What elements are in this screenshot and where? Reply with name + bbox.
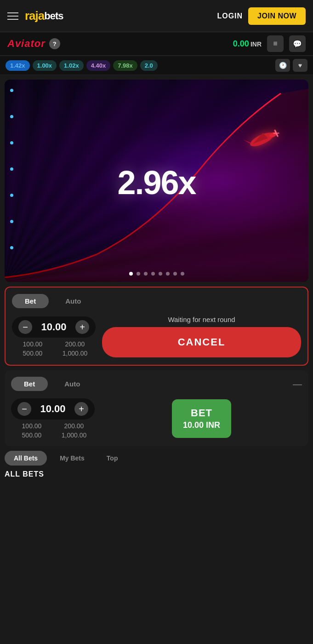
menu-icon: ≡ bbox=[273, 40, 277, 48]
carousel-dot-4[interactable] bbox=[159, 272, 162, 276]
tab-bet-2[interactable]: Bet bbox=[11, 377, 48, 391]
chat-icon-button[interactable]: 💬 bbox=[289, 35, 306, 52]
quick-1000-2[interactable]: 1,000.00 bbox=[55, 431, 93, 439]
quick-amounts-2: 100.00 200.00 500.00 1,000.00 bbox=[11, 422, 95, 439]
increase-amount-2[interactable]: + bbox=[74, 402, 88, 416]
multiplier-badge-4[interactable]: 7.98x bbox=[113, 60, 137, 71]
side-dot-4 bbox=[10, 167, 13, 171]
multiplier-bar: 1.42x 1.00x 1.02x 4.40x 7.98x 2.0 🕐 ♥ bbox=[0, 56, 313, 75]
amount-value-2: 10.00 bbox=[37, 403, 69, 415]
multiplier-badge-2[interactable]: 1.02x bbox=[59, 60, 84, 71]
balance-currency: INR bbox=[250, 40, 262, 48]
bet-tabs-2: Bet Auto bbox=[11, 377, 93, 391]
multiplier-badge-3[interactable]: 4.40x bbox=[86, 60, 111, 71]
bet-panel-2-header: Bet Auto — bbox=[11, 377, 302, 391]
waiting-text: Waiting for next round bbox=[168, 316, 235, 323]
balance-display: 0.00INR bbox=[233, 39, 262, 49]
multiplier-bar-right: 🕐 ♥ bbox=[275, 59, 307, 72]
chat-icon: 💬 bbox=[293, 40, 302, 48]
side-dot-7 bbox=[10, 246, 13, 249]
carousel-dot-7[interactable] bbox=[181, 272, 184, 276]
logo-bets: bets bbox=[44, 10, 63, 22]
carousel-dot-1[interactable] bbox=[137, 272, 140, 276]
decrease-amount-2[interactable]: − bbox=[17, 402, 31, 416]
carousel-dot-0[interactable] bbox=[129, 272, 133, 276]
bet-panel-1-content: − 10.00 + 100.00 200.00 500.00 1,000.00 … bbox=[12, 316, 301, 357]
bet-btn-label: BET bbox=[183, 407, 220, 420]
bet-panel-1: Bet Auto − 10.00 + 100.00 200.00 500.00 … bbox=[5, 287, 308, 366]
aviator-logo: Aviator ? bbox=[7, 38, 60, 50]
carousel-dot-2[interactable] bbox=[144, 272, 148, 276]
multiplier-display: 2.96x bbox=[117, 164, 195, 201]
carousel-dot-6[interactable] bbox=[173, 272, 177, 276]
side-dot-6 bbox=[10, 220, 13, 223]
side-dot-2 bbox=[10, 115, 13, 118]
balance-amount: 0.00 bbox=[233, 39, 249, 48]
header-right: LOGIN JOIN NOW bbox=[217, 7, 306, 25]
login-button[interactable]: LOGIN bbox=[217, 12, 243, 20]
main-header: rajabets LOGIN JOIN NOW bbox=[0, 0, 313, 32]
history-icon: 🕐 bbox=[279, 62, 287, 69]
side-dot-1 bbox=[10, 89, 13, 92]
favorites-button[interactable]: ♥ bbox=[293, 59, 307, 72]
history-button[interactable]: 🕐 bbox=[275, 59, 290, 72]
carousel-dots bbox=[5, 272, 308, 276]
multiplier-badge-1[interactable]: 1.00x bbox=[33, 60, 57, 71]
bet-amount-value: 10.00 bbox=[183, 420, 204, 430]
side-dot-5 bbox=[10, 194, 13, 197]
quick-1000-1[interactable]: 1,000.00 bbox=[56, 350, 94, 357]
bottom-tabs: All Bets My Bets Top bbox=[5, 451, 308, 467]
bet-panel-2: Bet Auto — − 10.00 + 100.00 200.00 500.0… bbox=[5, 370, 308, 446]
action-area-1: Waiting for next round CANCEL bbox=[102, 316, 301, 357]
tab-bet-1[interactable]: Bet bbox=[12, 294, 49, 308]
side-dots bbox=[10, 89, 13, 249]
logo-raja: raja bbox=[25, 9, 44, 23]
bet-button[interactable]: BET 10.00 INR bbox=[172, 399, 231, 438]
quick-100-2[interactable]: 100.00 bbox=[13, 422, 51, 430]
tab-my-bets[interactable]: My Bets bbox=[51, 451, 94, 466]
amount-row-2: − 10.00 + bbox=[11, 398, 95, 420]
minimize-button[interactable]: — bbox=[293, 380, 302, 389]
tab-auto-1[interactable]: Auto bbox=[52, 294, 94, 308]
quick-amounts-1: 100.00 200.00 500.00 1,000.00 bbox=[12, 340, 96, 357]
quick-500-2[interactable]: 500.00 bbox=[13, 431, 51, 439]
hamburger-menu[interactable] bbox=[7, 12, 18, 20]
game-canvas: 2.96x bbox=[5, 80, 308, 282]
menu-icon-button[interactable]: ≡ bbox=[267, 35, 284, 52]
header-left: rajabets bbox=[7, 9, 63, 23]
carousel-dot-3[interactable] bbox=[151, 272, 155, 276]
bet-currency: INR bbox=[206, 420, 220, 430]
bet-btn-amount: 10.00 INR bbox=[183, 420, 220, 431]
carousel-dot-5[interactable] bbox=[166, 272, 170, 276]
amount-row-1: − 10.00 + bbox=[12, 316, 96, 338]
game-header-right: 0.00INR ≡ 💬 bbox=[233, 35, 306, 52]
quick-500-1[interactable]: 500.00 bbox=[14, 350, 51, 357]
action-area-2: BET 10.00 INR bbox=[101, 399, 302, 438]
quick-200-1[interactable]: 200.00 bbox=[56, 340, 94, 348]
amount-value-1: 10.00 bbox=[38, 321, 70, 333]
aviator-title: Aviator bbox=[7, 38, 46, 50]
tab-top[interactable]: Top bbox=[97, 451, 127, 466]
multiplier-badge-0[interactable]: 1.42x bbox=[6, 60, 30, 71]
help-button[interactable]: ? bbox=[49, 38, 60, 49]
bet-tabs-1: Bet Auto bbox=[12, 294, 301, 308]
multiplier-badge-5[interactable]: 2.0 bbox=[140, 60, 158, 71]
heart-icon: ♥ bbox=[298, 62, 302, 69]
airplane-icon bbox=[240, 121, 286, 162]
side-dot-3 bbox=[10, 141, 13, 144]
join-button[interactable]: JOIN NOW bbox=[248, 7, 306, 25]
logo: rajabets bbox=[25, 9, 63, 23]
quick-200-2[interactable]: 200.00 bbox=[55, 422, 93, 430]
game-header: Aviator ? 0.00INR ≡ 💬 bbox=[0, 32, 313, 56]
quick-100-1[interactable]: 100.00 bbox=[14, 340, 51, 348]
cancel-button[interactable]: CANCEL bbox=[102, 327, 301, 357]
all-bets-title: ALL BETS bbox=[5, 470, 308, 478]
amount-control-1: − 10.00 + 100.00 200.00 500.00 1,000.00 bbox=[12, 316, 96, 357]
increase-amount-1[interactable]: + bbox=[75, 320, 89, 334]
tab-auto-2[interactable]: Auto bbox=[51, 377, 93, 391]
tab-all-bets[interactable]: All Bets bbox=[5, 451, 47, 466]
amount-control-2: − 10.00 + 100.00 200.00 500.00 1,000.00 bbox=[11, 398, 95, 439]
decrease-amount-1[interactable]: − bbox=[18, 320, 32, 334]
bet-panel-2-content: − 10.00 + 100.00 200.00 500.00 1,000.00 … bbox=[11, 398, 302, 439]
